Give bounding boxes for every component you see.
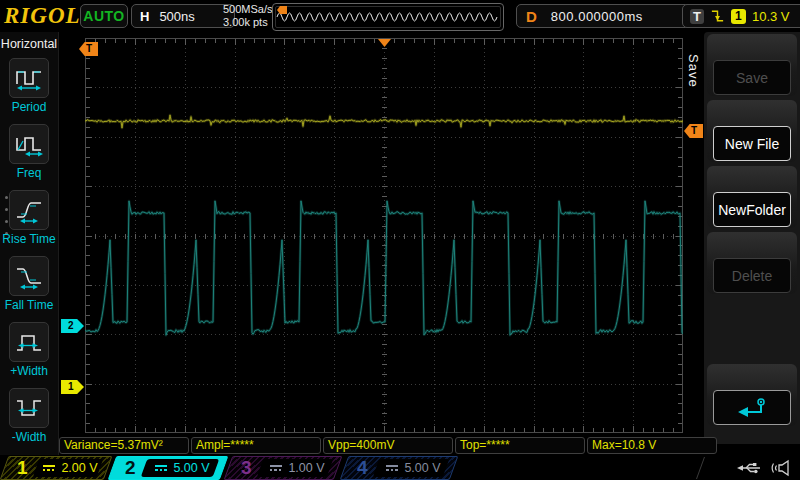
channel-number: 2 bbox=[125, 457, 147, 479]
falling-edge-icon bbox=[710, 8, 725, 24]
acquisition-info: 500MSa/s 3.00k pts bbox=[223, 3, 273, 29]
channel-4-tab[interactable]: 4 5.00 V bbox=[344, 456, 454, 480]
trigger-box[interactable]: T 1 10.3 V bbox=[682, 4, 800, 28]
left-measure-menu: Horizontal Period bbox=[0, 32, 59, 455]
channel-number: 1 bbox=[17, 457, 39, 479]
delete-button[interactable]: Delete bbox=[713, 258, 791, 293]
menu-item-minus-width[interactable]: -Width bbox=[0, 388, 58, 452]
run-status-text: AUTO bbox=[83, 8, 124, 24]
sample-rate: 500MSa/s bbox=[223, 3, 273, 16]
trigger-level-value: 10.3 V bbox=[752, 9, 790, 24]
channel-scale-box: 2.00 V bbox=[39, 461, 108, 475]
dc-coupling-icon bbox=[155, 465, 167, 471]
horizontal-scale-box[interactable]: H 500ns bbox=[131, 4, 235, 28]
dc-coupling-icon bbox=[270, 465, 282, 471]
preview-wave-icon bbox=[276, 7, 498, 27]
channel-1-zero-marker[interactable]: 1 bbox=[61, 380, 84, 394]
rise-time-icon bbox=[9, 190, 49, 230]
menu-item-label: Freq bbox=[0, 166, 58, 180]
measurement-max: Max=10.8 V bbox=[587, 437, 717, 454]
menu-item-rise-time[interactable]: Rise Time bbox=[0, 190, 58, 254]
menu-item-label: +Width bbox=[0, 364, 58, 378]
status-icons bbox=[736, 459, 792, 477]
menu-item-plus-width[interactable]: +Width bbox=[0, 322, 58, 386]
menu-slot: Save bbox=[707, 34, 797, 96]
channel-scale-box: 1.00 V bbox=[263, 461, 338, 475]
sound-icon bbox=[770, 459, 792, 477]
empty-slot-separator bbox=[696, 457, 705, 479]
memory-depth: 3.00k pts bbox=[223, 16, 273, 29]
trigger-time-marker[interactable]: T bbox=[79, 42, 98, 56]
channel-scale-value: 5.00 V bbox=[404, 461, 440, 475]
trigger-label: T bbox=[690, 9, 704, 24]
dc-coupling-icon bbox=[386, 465, 398, 471]
menu-item-label: -Width bbox=[0, 430, 58, 444]
channel-scale-value: 1.00 V bbox=[288, 461, 324, 475]
horizontal-label: H bbox=[140, 9, 149, 24]
channel-3-tab[interactable]: 3 1.00 V bbox=[228, 456, 338, 480]
channel-number: 4 bbox=[357, 457, 379, 479]
menu-item-label: Period bbox=[0, 100, 58, 114]
trigger-source-badge: 1 bbox=[731, 9, 746, 24]
left-menu-title: Horizontal bbox=[0, 32, 58, 51]
measurement-vpp: Vpp=400mV bbox=[323, 437, 453, 454]
menu-slot-empty bbox=[707, 298, 797, 360]
channel-scale-box: 5.00 V bbox=[379, 461, 454, 475]
run-status-badge: AUTO bbox=[80, 4, 128, 28]
channel-scale-value: 5.00 V bbox=[173, 461, 209, 475]
return-button[interactable] bbox=[713, 390, 791, 425]
menu-item-fall-time[interactable]: Fall Time bbox=[0, 256, 58, 320]
channel-scale-box: 5.00 V bbox=[147, 461, 224, 475]
right-soft-menu: Save New File NewFolder Delete bbox=[704, 32, 800, 444]
save-button[interactable]: Save bbox=[713, 60, 791, 95]
return-arrow-icon bbox=[734, 395, 770, 421]
freq-icon bbox=[9, 124, 49, 164]
period-icon bbox=[9, 58, 49, 98]
channel-2-tab[interactable]: 2 5.00 V bbox=[112, 456, 224, 480]
menu-item-period[interactable]: Period bbox=[0, 58, 58, 122]
delay-value: 800.000000ms bbox=[551, 9, 643, 24]
new-folder-button[interactable]: NewFolder bbox=[713, 192, 791, 227]
menu-slot: New File bbox=[707, 100, 797, 162]
delay-box[interactable]: D 800.000000ms bbox=[516, 4, 692, 28]
measurement-bar: Variance=5.37mV² Ampl=***** Vpp=400mV To… bbox=[59, 437, 719, 454]
waveform-preview[interactable] bbox=[272, 3, 504, 31]
dc-coupling-icon bbox=[43, 465, 55, 471]
channel-2-zero-marker[interactable]: 2 bbox=[61, 319, 84, 333]
menu-item-label: Fall Time bbox=[0, 298, 58, 312]
usb-icon bbox=[736, 460, 762, 476]
trigger-level-marker[interactable]: T bbox=[684, 124, 703, 138]
menu-item-freq[interactable]: Freq bbox=[0, 124, 58, 188]
measurement-top: Top=***** bbox=[455, 437, 585, 454]
menu-slot: Delete bbox=[707, 232, 797, 294]
menu-slot: NewFolder bbox=[707, 166, 797, 228]
menu-item-label: Rise Time bbox=[0, 232, 58, 246]
oscilloscope-screen: RIGOL AUTO H 500ns 500MSa/s 3.00k pts D … bbox=[0, 0, 800, 480]
channel-status-bar: 1 2.00 V 2 5.00 V bbox=[0, 456, 800, 480]
channel-number: 3 bbox=[241, 457, 263, 479]
top-bar: RIGOL AUTO H 500ns 500MSa/s 3.00k pts D … bbox=[0, 0, 800, 32]
channel-1-tab[interactable]: 1 2.00 V bbox=[4, 456, 108, 480]
fall-time-icon bbox=[9, 256, 49, 296]
minus-width-icon bbox=[9, 388, 49, 428]
plus-width-icon bbox=[9, 322, 49, 362]
menu-page-title: Save bbox=[686, 54, 701, 88]
waveform-display bbox=[85, 38, 683, 433]
new-file-button[interactable]: New File bbox=[713, 126, 791, 161]
measurement-variance: Variance=5.37mV² bbox=[59, 437, 189, 454]
menu-slot bbox=[707, 364, 797, 426]
measurement-ampl: Ampl=***** bbox=[191, 437, 321, 454]
channel-scale-value: 2.00 V bbox=[61, 461, 97, 475]
delay-label: D bbox=[526, 8, 537, 25]
rigol-logo: RIGOL bbox=[4, 3, 81, 29]
horizontal-value: 500ns bbox=[159, 9, 194, 24]
